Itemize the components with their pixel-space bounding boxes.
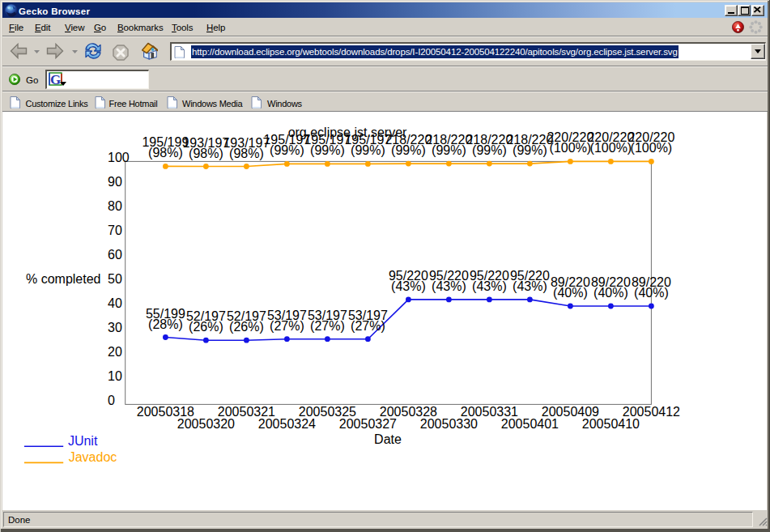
svg-text:20: 20 — [108, 345, 122, 359]
svg-text:(40%): (40%) — [634, 286, 669, 300]
svg-text:(99%): (99%) — [391, 143, 426, 157]
svg-text:(43%): (43%) — [432, 279, 466, 293]
svg-text:(98%): (98%) — [148, 146, 183, 160]
svg-text:(100%): (100%) — [550, 141, 592, 155]
svg-text:(99%): (99%) — [351, 143, 385, 157]
svg-text:(26%): (26%) — [229, 320, 264, 334]
svg-text:80: 80 — [108, 199, 122, 213]
svg-text:40: 40 — [108, 296, 122, 310]
svg-text:20050320: 20050320 — [177, 417, 235, 431]
svg-text:(99%): (99%) — [310, 143, 345, 157]
svg-text:(28%): (28%) — [148, 317, 183, 331]
svg-text:% completed: % completed — [26, 272, 101, 286]
svg-text:20050410: 20050410 — [582, 417, 640, 431]
svg-text:(43%): (43%) — [391, 279, 426, 293]
svg-text:90: 90 — [108, 175, 122, 189]
svg-text:(40%): (40%) — [593, 286, 628, 300]
svg-text:50: 50 — [108, 272, 122, 286]
svg-text:(27%): (27%) — [310, 319, 345, 333]
svg-text:(99%): (99%) — [270, 143, 304, 157]
svg-text:20050327: 20050327 — [339, 417, 397, 431]
svg-text:(43%): (43%) — [513, 279, 547, 293]
svg-text:0: 0 — [108, 394, 115, 407]
svg-text:(27%): (27%) — [351, 319, 385, 333]
svg-text:(98%): (98%) — [229, 147, 264, 160]
svg-text:(100%): (100%) — [631, 141, 673, 155]
svg-text:(100%): (100%) — [590, 141, 632, 155]
svg-text:(26%): (26%) — [189, 320, 223, 334]
svg-text:20050330: 20050330 — [420, 417, 478, 431]
svg-text:org.eclipse.jst.server: org.eclipse.jst.server — [288, 126, 407, 139]
svg-text:70: 70 — [108, 223, 122, 237]
svg-text:(99%): (99%) — [513, 143, 547, 157]
svg-text:100: 100 — [108, 151, 130, 164]
svg-text:(43%): (43%) — [472, 279, 507, 293]
svg-text:20050412: 20050412 — [623, 405, 680, 419]
svg-text:(99%): (99%) — [472, 143, 507, 157]
svg-text:Javadoc: Javadoc — [69, 450, 117, 464]
svg-text:JUnit: JUnit — [68, 434, 98, 448]
svg-text:20050324: 20050324 — [258, 417, 316, 431]
svg-text:(27%): (27%) — [270, 319, 304, 333]
svg-text:(98%): (98%) — [189, 147, 223, 160]
svg-text:(40%): (40%) — [553, 286, 588, 300]
svg-text:30: 30 — [108, 321, 122, 334]
svg-text:Date: Date — [374, 432, 402, 446]
svg-text:10: 10 — [108, 369, 122, 383]
svg-text:(99%): (99%) — [432, 143, 466, 157]
svg-text:60: 60 — [108, 248, 122, 262]
svg-text:20050401: 20050401 — [501, 417, 559, 431]
